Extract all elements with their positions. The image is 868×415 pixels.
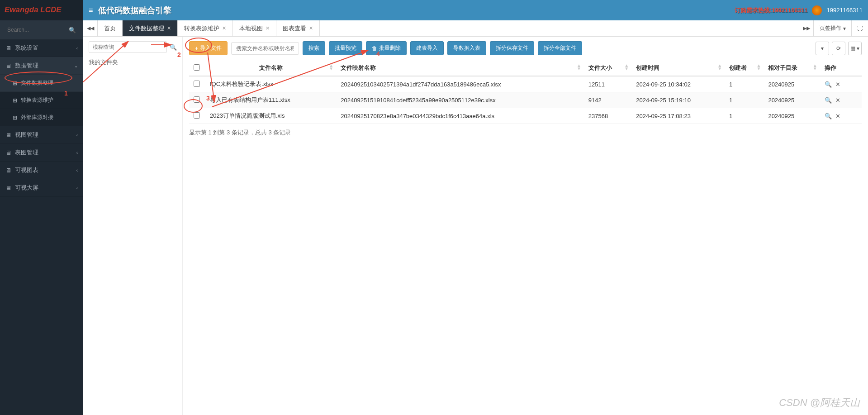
monitor-icon: 🖥 xyxy=(5,45,11,52)
nav-item[interactable]: 🖥视图管理‹ xyxy=(0,126,83,144)
chevron-icon: ‹ xyxy=(76,186,78,191)
view-icon[interactable]: 🔍 xyxy=(825,113,832,119)
nav-sub-item[interactable]: ⊞转换表源维护 xyxy=(0,92,83,109)
row-checkbox[interactable] xyxy=(194,96,200,103)
row-checkbox[interactable] xyxy=(194,112,200,119)
refresh-button[interactable]: ⟳ xyxy=(832,42,845,55)
tab[interactable]: 首页 xyxy=(98,20,123,36)
monitor-icon: 🖥 xyxy=(5,167,11,174)
nav-label: 系统设置 xyxy=(15,44,38,52)
monitor-icon: 🖥 xyxy=(5,132,11,138)
sort-icon: ▲▼ xyxy=(813,64,817,70)
split-all-button[interactable]: 拆分全部文件 xyxy=(538,41,582,55)
column-header[interactable]: 相对子目录▲▼ xyxy=(764,60,820,76)
caret-toggle-button[interactable]: ▾ xyxy=(816,42,829,55)
nav-sub-label: 外部库源对接 xyxy=(21,114,53,121)
close-icon[interactable]: ✕ xyxy=(222,25,226,31)
batch-preview-button[interactable]: 批量预览 xyxy=(329,41,362,55)
nav-item[interactable]: 🖥可视图表‹ xyxy=(0,162,83,179)
close-icon[interactable]: ✕ xyxy=(167,25,171,31)
file-search-input[interactable] xyxy=(231,42,299,55)
search-icon[interactable]: 🔍 xyxy=(69,27,76,33)
search-button[interactable]: 搜索 xyxy=(303,41,325,55)
chevron-icon: ⌄ xyxy=(74,63,78,68)
sort-icon: ▲▼ xyxy=(717,64,722,70)
row-checkbox[interactable] xyxy=(194,81,200,87)
view-icon[interactable]: 🔍 xyxy=(825,97,832,104)
annotation-num-1: 1 xyxy=(64,90,68,97)
column-header[interactable]: 文件大小▲▼ xyxy=(584,60,631,76)
monitor-icon: 🖥 xyxy=(5,62,11,69)
tab[interactable]: 图表查看✕ xyxy=(276,20,320,36)
nav-item[interactable]: 🖥系统设置‹ xyxy=(0,39,83,57)
nav-item[interactable]: 🖥数据管理⌄ xyxy=(0,57,83,75)
nav-sub-item[interactable]: ⊞外部库源对接 xyxy=(0,109,83,126)
cell-time: 2024-09-25 15:19:10 xyxy=(631,92,725,108)
user-name[interactable]: 19921166311 xyxy=(826,7,863,14)
nav-sub-item[interactable]: ⊞文件数据整理 xyxy=(0,75,83,92)
nav-label: 可视图表 xyxy=(15,166,38,174)
nav-item[interactable]: 🖥可视大屏‹ xyxy=(0,179,83,197)
cell-creator: 1 xyxy=(725,76,764,92)
column-header[interactable]: 文件映射名称▲▼ xyxy=(336,60,584,76)
nav-label: 数据管理 xyxy=(15,62,38,70)
nav-label: 表图管理 xyxy=(15,148,38,157)
folder-filter-input[interactable] xyxy=(89,41,167,53)
delete-icon[interactable]: ✕ xyxy=(835,113,840,119)
cell-dir: 20240925 xyxy=(764,108,820,124)
tab-scroll-right[interactable]: ▶▶ xyxy=(799,20,814,36)
search-input[interactable] xyxy=(4,24,80,36)
plus-icon: + xyxy=(195,45,198,52)
import-table-button[interactable]: 导数据入表 xyxy=(447,41,486,55)
tab[interactable]: 本地视图✕ xyxy=(233,20,276,36)
select-all-checkbox[interactable] xyxy=(194,64,200,71)
split-save-button[interactable]: 拆分保存文件 xyxy=(490,41,534,55)
delete-icon[interactable]: ✕ xyxy=(835,97,840,104)
cell-size: 237568 xyxy=(584,108,631,124)
cell-name: 导入已有表结构用户表111.xlsx xyxy=(205,92,336,108)
tab[interactable]: 文件数据整理✕ xyxy=(123,20,178,36)
view-icon[interactable]: 🔍 xyxy=(825,81,832,88)
column-header[interactable]: 创建者▲▼ xyxy=(725,60,764,76)
avatar[interactable] xyxy=(812,5,822,15)
column-header[interactable]: 创建时间▲▼ xyxy=(631,60,725,76)
tab-label: 本地视图 xyxy=(239,24,263,33)
chevron-icon: ‹ xyxy=(76,46,78,51)
nav-item[interactable]: 🖥表图管理‹ xyxy=(0,144,83,162)
close-icon[interactable]: ✕ xyxy=(266,25,270,31)
cell-creator: 1 xyxy=(725,92,764,108)
table-info: 显示第 1 到第 3 条记录，总共 3 条记录 xyxy=(189,129,862,137)
annotation-num-2: 2 xyxy=(177,51,181,58)
delete-icon[interactable]: ✕ xyxy=(835,81,840,88)
grid-view-button[interactable]: ▦ ▾ xyxy=(848,42,862,55)
cell-map: 20240925170823e8a347be0344329bdc1f6c413a… xyxy=(336,108,584,124)
import-file-button[interactable]: +导入文件 xyxy=(189,41,228,55)
monitor-icon: 🖥 xyxy=(5,185,11,191)
fullscreen-button[interactable]: ⛶ xyxy=(851,20,868,36)
sidebar-search: 🔍 xyxy=(0,20,83,39)
cell-time: 2024-09-25 17:08:23 xyxy=(631,108,725,124)
table-row: 导入已有表结构用户表111.xlsx 20240925151910841cdef… xyxy=(189,92,862,108)
column-header[interactable]: 操作 xyxy=(820,60,862,76)
folder-root[interactable]: 我的文件夹 xyxy=(89,58,177,67)
column-header[interactable]: 文件名称▲▼ xyxy=(205,60,336,76)
file-table: 文件名称▲▼文件映射名称▲▼文件大小▲▼创建时间▲▼创建者▲▼相对子目录▲▼操作… xyxy=(189,60,862,124)
annotation-num-3: 3 xyxy=(206,95,210,102)
batch-delete-button[interactable]: 🗑批量删除 xyxy=(366,41,407,55)
menu-toggle-icon[interactable]: ≡ xyxy=(89,6,93,14)
build-import-button[interactable]: 建表导入 xyxy=(410,41,444,55)
chevron-icon: ‹ xyxy=(76,133,78,138)
cell-name: IQC来料检验记录表.xlsx xyxy=(205,76,336,92)
chevron-icon: ‹ xyxy=(76,168,78,173)
tab-label: 转换表源维护 xyxy=(184,24,219,33)
annotation-num-4: 4 xyxy=(376,50,380,57)
filter-search-icon[interactable]: 🔍 xyxy=(170,44,177,51)
tab[interactable]: 转换表源维护✕ xyxy=(178,20,233,36)
cell-creator: 1 xyxy=(725,108,764,124)
tabbar: ◀◀ 首页文件数据整理✕转换表源维护✕本地视图✕图表查看✕ ▶▶ 页签操作▾ ⛶ xyxy=(83,20,868,37)
cell-dir: 20240925 xyxy=(764,76,820,92)
tab-scroll-left[interactable]: ◀◀ xyxy=(83,20,98,36)
tab-ops-dropdown[interactable]: 页签操作▾ xyxy=(814,20,851,36)
close-icon[interactable]: ✕ xyxy=(309,25,313,31)
nav-label: 可视大屏 xyxy=(15,184,38,192)
